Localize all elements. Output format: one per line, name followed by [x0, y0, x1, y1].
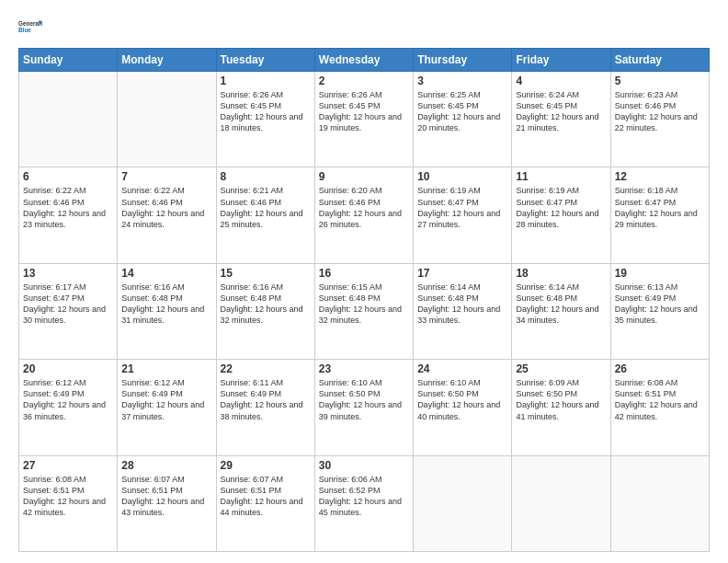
logo: GeneralBlue — [18, 15, 44, 40]
day-header-wednesday: Wednesday — [314, 49, 413, 72]
day-number: 2 — [319, 75, 409, 87]
cell-info: Sunrise: 6:11 AM Sunset: 6:49 PM Dayligh… — [221, 377, 311, 422]
cell-info: Sunrise: 6:19 AM Sunset: 6:47 PM Dayligh… — [417, 185, 507, 230]
calendar-cell — [610, 455, 709, 551]
day-header-thursday: Thursday — [414, 49, 512, 72]
cell-info: Sunrise: 6:23 AM Sunset: 6:46 PM Dayligh… — [615, 89, 705, 134]
calendar-cell: 10Sunrise: 6:19 AM Sunset: 6:47 PM Dayli… — [414, 167, 512, 263]
cell-info: Sunrise: 6:19 AM Sunset: 6:47 PM Dayligh… — [516, 185, 606, 230]
cell-info: Sunrise: 6:26 AM Sunset: 6:45 PM Dayligh… — [319, 89, 409, 134]
calendar-cell: 20Sunrise: 6:12 AM Sunset: 6:49 PM Dayli… — [19, 360, 118, 455]
calendar-cell: 29Sunrise: 6:07 AM Sunset: 6:51 PM Dayli… — [216, 455, 314, 551]
cell-info: Sunrise: 6:20 AM Sunset: 6:46 PM Dayligh… — [319, 185, 409, 230]
svg-text:General: General — [18, 20, 40, 27]
day-number: 26 — [615, 362, 705, 375]
day-number: 13 — [23, 267, 113, 280]
cell-info: Sunrise: 6:12 AM Sunset: 6:49 PM Dayligh… — [121, 377, 211, 422]
calendar-cell: 22Sunrise: 6:11 AM Sunset: 6:49 PM Dayli… — [216, 360, 314, 455]
day-number: 11 — [516, 170, 606, 183]
calendar-cell: 12Sunrise: 6:18 AM Sunset: 6:47 PM Dayli… — [610, 167, 709, 263]
cell-info: Sunrise: 6:12 AM Sunset: 6:49 PM Dayligh… — [23, 377, 113, 422]
cell-info: Sunrise: 6:24 AM Sunset: 6:45 PM Dayligh… — [516, 89, 606, 134]
calendar-header-row: SundayMondayTuesdayWednesdayThursdayFrid… — [19, 49, 710, 72]
day-header-friday: Friday — [512, 49, 610, 72]
cell-info: Sunrise: 6:07 AM Sunset: 6:51 PM Dayligh… — [221, 474, 311, 519]
calendar-cell — [512, 455, 610, 551]
day-number: 19 — [615, 267, 705, 280]
page: GeneralBlue SundayMondayTuesdayWednesday… — [0, 0, 728, 563]
calendar-table: SundayMondayTuesdayWednesdayThursdayFrid… — [18, 48, 710, 552]
day-number: 30 — [319, 459, 409, 472]
header: GeneralBlue — [18, 15, 710, 40]
calendar-cell: 8Sunrise: 6:21 AM Sunset: 6:46 PM Daylig… — [216, 167, 314, 263]
cell-info: Sunrise: 6:08 AM Sunset: 6:51 PM Dayligh… — [23, 474, 113, 519]
day-number: 6 — [23, 170, 113, 183]
day-number: 22 — [221, 362, 311, 375]
calendar-week-1: 1Sunrise: 6:26 AM Sunset: 6:45 PM Daylig… — [19, 72, 710, 167]
calendar-cell: 30Sunrise: 6:06 AM Sunset: 6:52 PM Dayli… — [314, 455, 413, 551]
day-number: 15 — [221, 267, 311, 280]
calendar-cell: 4Sunrise: 6:24 AM Sunset: 6:45 PM Daylig… — [512, 72, 610, 167]
calendar-week-2: 6Sunrise: 6:22 AM Sunset: 6:46 PM Daylig… — [19, 167, 710, 263]
day-number: 29 — [221, 459, 311, 472]
day-number: 1 — [221, 75, 311, 87]
day-number: 17 — [417, 267, 507, 280]
calendar-cell: 23Sunrise: 6:10 AM Sunset: 6:50 PM Dayli… — [314, 360, 413, 455]
svg-text:Blue: Blue — [18, 27, 31, 33]
cell-info: Sunrise: 6:26 AM Sunset: 6:45 PM Dayligh… — [221, 89, 311, 134]
calendar-cell — [19, 72, 118, 167]
calendar-cell: 18Sunrise: 6:14 AM Sunset: 6:48 PM Dayli… — [512, 263, 610, 359]
day-number: 21 — [121, 362, 211, 375]
day-number: 5 — [615, 75, 705, 87]
day-number: 4 — [516, 75, 606, 87]
calendar-cell: 6Sunrise: 6:22 AM Sunset: 6:46 PM Daylig… — [19, 167, 118, 263]
calendar-cell: 13Sunrise: 6:17 AM Sunset: 6:47 PM Dayli… — [19, 263, 118, 359]
cell-info: Sunrise: 6:21 AM Sunset: 6:46 PM Dayligh… — [221, 185, 311, 230]
cell-info: Sunrise: 6:15 AM Sunset: 6:48 PM Dayligh… — [319, 282, 409, 327]
calendar-cell: 3Sunrise: 6:25 AM Sunset: 6:45 PM Daylig… — [414, 72, 512, 167]
calendar-cell: 7Sunrise: 6:22 AM Sunset: 6:46 PM Daylig… — [118, 167, 216, 263]
day-number: 8 — [221, 170, 311, 183]
day-number: 20 — [23, 362, 113, 375]
day-number: 14 — [121, 267, 211, 280]
calendar-cell: 15Sunrise: 6:16 AM Sunset: 6:48 PM Dayli… — [216, 263, 314, 359]
day-number: 10 — [417, 170, 507, 183]
day-header-monday: Monday — [118, 49, 216, 72]
day-number: 12 — [615, 170, 705, 183]
day-number: 3 — [417, 75, 507, 87]
calendar-cell: 25Sunrise: 6:09 AM Sunset: 6:50 PM Dayli… — [512, 360, 610, 455]
calendar-cell: 19Sunrise: 6:13 AM Sunset: 6:49 PM Dayli… — [610, 263, 709, 359]
cell-info: Sunrise: 6:14 AM Sunset: 6:48 PM Dayligh… — [516, 282, 606, 327]
calendar-cell: 21Sunrise: 6:12 AM Sunset: 6:49 PM Dayli… — [118, 360, 216, 455]
calendar-cell: 17Sunrise: 6:14 AM Sunset: 6:48 PM Dayli… — [414, 263, 512, 359]
day-number: 25 — [516, 362, 606, 375]
calendar-cell: 14Sunrise: 6:16 AM Sunset: 6:48 PM Dayli… — [118, 263, 216, 359]
calendar-cell: 2Sunrise: 6:26 AM Sunset: 6:45 PM Daylig… — [314, 72, 413, 167]
calendar-cell: 5Sunrise: 6:23 AM Sunset: 6:46 PM Daylig… — [610, 72, 709, 167]
calendar-cell: 24Sunrise: 6:10 AM Sunset: 6:50 PM Dayli… — [414, 360, 512, 455]
calendar-cell: 16Sunrise: 6:15 AM Sunset: 6:48 PM Dayli… — [314, 263, 413, 359]
logo-icon: GeneralBlue — [18, 15, 44, 40]
calendar-cell — [414, 455, 512, 551]
cell-info: Sunrise: 6:10 AM Sunset: 6:50 PM Dayligh… — [319, 377, 409, 422]
cell-info: Sunrise: 6:07 AM Sunset: 6:51 PM Dayligh… — [121, 474, 211, 519]
day-number: 27 — [23, 459, 113, 472]
day-number: 7 — [121, 170, 211, 183]
calendar-cell: 27Sunrise: 6:08 AM Sunset: 6:51 PM Dayli… — [19, 455, 118, 551]
cell-info: Sunrise: 6:14 AM Sunset: 6:48 PM Dayligh… — [417, 282, 507, 327]
calendar-cell: 28Sunrise: 6:07 AM Sunset: 6:51 PM Dayli… — [118, 455, 216, 551]
calendar-week-4: 20Sunrise: 6:12 AM Sunset: 6:49 PM Dayli… — [19, 360, 710, 455]
day-number: 9 — [319, 170, 409, 183]
calendar-week-5: 27Sunrise: 6:08 AM Sunset: 6:51 PM Dayli… — [19, 455, 710, 551]
calendar-week-3: 13Sunrise: 6:17 AM Sunset: 6:47 PM Dayli… — [19, 263, 710, 359]
day-header-sunday: Sunday — [19, 49, 118, 72]
day-number: 23 — [319, 362, 409, 375]
day-number: 24 — [417, 362, 507, 375]
cell-info: Sunrise: 6:17 AM Sunset: 6:47 PM Dayligh… — [23, 282, 113, 327]
cell-info: Sunrise: 6:13 AM Sunset: 6:49 PM Dayligh… — [615, 282, 705, 327]
calendar-cell: 1Sunrise: 6:26 AM Sunset: 6:45 PM Daylig… — [216, 72, 314, 167]
cell-info: Sunrise: 6:08 AM Sunset: 6:51 PM Dayligh… — [615, 377, 705, 422]
calendar-cell — [118, 72, 216, 167]
cell-info: Sunrise: 6:22 AM Sunset: 6:46 PM Dayligh… — [121, 185, 211, 230]
cell-info: Sunrise: 6:10 AM Sunset: 6:50 PM Dayligh… — [417, 377, 507, 422]
